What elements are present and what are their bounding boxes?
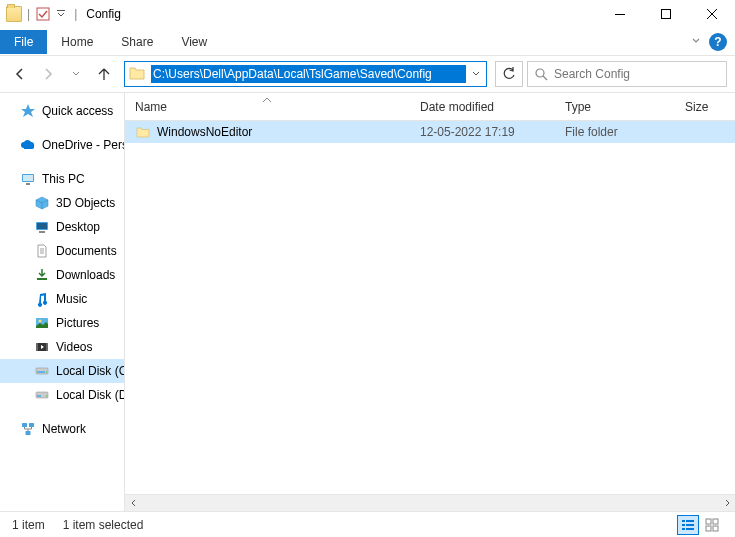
svg-rect-7 <box>26 183 30 185</box>
separator: | <box>74 7 77 21</box>
sidebar-item-label: Quick access <box>42 104 113 118</box>
scroll-right-icon[interactable] <box>718 495 735 512</box>
sidebar-item-pictures[interactable]: Pictures <box>0 311 124 335</box>
sidebar-item-onedrive[interactable]: OneDrive - Persona <box>0 133 124 157</box>
column-label: Name <box>135 100 167 114</box>
titlebar-icons: | | Config <box>6 6 121 22</box>
file-type-cell: File folder <box>555 121 675 143</box>
onedrive-icon <box>20 137 36 153</box>
disk-icon <box>34 363 50 379</box>
tab-share[interactable]: Share <box>107 30 167 54</box>
file-name-cell: WindowsNoEditor <box>125 121 410 143</box>
svg-rect-32 <box>706 519 711 524</box>
folder-icon <box>6 6 22 22</box>
item-count: 1 item <box>12 518 45 532</box>
sidebar-item-network[interactable]: Network <box>0 417 124 441</box>
refresh-button[interactable] <box>495 61 523 87</box>
statusbar: 1 item 1 item selected <box>0 511 735 537</box>
address-path[interactable]: C:\Users\Dell\AppData\Local\TslGame\Save… <box>151 65 466 83</box>
column-name[interactable]: Name <box>125 93 410 120</box>
file-row[interactable]: WindowsNoEditor 12-05-2022 17:19 File fo… <box>125 121 735 143</box>
svg-rect-11 <box>37 278 47 280</box>
sidebar-item-videos[interactable]: Videos <box>0 335 124 359</box>
downloads-icon <box>34 267 50 283</box>
sidebar-item-label: Videos <box>56 340 92 354</box>
svg-rect-23 <box>22 423 27 427</box>
sidebar-item-quickaccess[interactable]: Quick access <box>0 99 124 123</box>
column-type[interactable]: Type <box>555 93 675 120</box>
svg-rect-27 <box>686 520 694 522</box>
sidebar-item-local-disk-d[interactable]: Local Disk (D:) <box>0 383 124 407</box>
svg-rect-21 <box>37 395 41 397</box>
window-title: Config <box>86 7 121 21</box>
disk-icon <box>34 387 50 403</box>
search-icon <box>534 67 548 81</box>
sidebar-item-label: Documents <box>56 244 117 258</box>
maximize-button[interactable] <box>643 0 689 28</box>
sidebar-item-label: This PC <box>42 172 85 186</box>
music-icon <box>34 291 50 307</box>
back-button[interactable] <box>8 62 32 86</box>
svg-rect-35 <box>713 526 718 531</box>
folder-icon <box>135 124 151 140</box>
svg-rect-31 <box>686 528 694 530</box>
scroll-left-icon[interactable] <box>125 495 142 512</box>
address-bar[interactable]: C:\Users\Dell\AppData\Local\TslGame\Save… <box>124 61 487 87</box>
column-date[interactable]: Date modified <box>410 93 555 120</box>
sort-indicator-icon <box>263 92 271 106</box>
minimize-button[interactable] <box>597 0 643 28</box>
svg-rect-28 <box>682 524 685 526</box>
file-tab[interactable]: File <box>0 30 47 54</box>
svg-rect-18 <box>37 371 45 373</box>
file-date-cell: 12-05-2022 17:19 <box>410 121 555 143</box>
separator: | <box>27 7 30 21</box>
svg-point-22 <box>46 395 47 396</box>
svg-point-4 <box>536 69 544 77</box>
sidebar-item-label: Downloads <box>56 268 115 282</box>
close-button[interactable] <box>689 0 735 28</box>
titlebar: | | Config <box>0 0 735 28</box>
quickaccess-icon <box>20 103 36 119</box>
sidebar-item-3dobjects[interactable]: 3D Objects <box>0 191 124 215</box>
search-input[interactable] <box>554 67 720 81</box>
horizontal-scrollbar[interactable] <box>125 494 735 511</box>
check-icon[interactable] <box>35 6 51 22</box>
address-dropdown-icon[interactable] <box>466 69 486 79</box>
thumbnails-view-button[interactable] <box>701 515 723 535</box>
sidebar-item-downloads[interactable]: Downloads <box>0 263 124 287</box>
ribbon-collapse-icon[interactable] <box>691 35 701 49</box>
sidebar-item-desktop[interactable]: Desktop <box>0 215 124 239</box>
ribbon-right: ? <box>691 33 735 51</box>
sidebar-item-label: Pictures <box>56 316 99 330</box>
svg-rect-16 <box>46 343 48 351</box>
forward-button[interactable] <box>36 62 60 86</box>
tab-home[interactable]: Home <box>47 30 107 54</box>
sidebar-item-label: Local Disk (D:) <box>56 388 125 402</box>
sidebar-item-music[interactable]: Music <box>0 287 124 311</box>
tab-view[interactable]: View <box>167 30 221 54</box>
qat-dropdown-icon[interactable] <box>53 6 69 22</box>
recent-dropdown-icon[interactable] <box>64 62 88 86</box>
column-label: Date modified <box>420 100 494 114</box>
svg-rect-0 <box>37 8 49 20</box>
3dobjects-icon <box>34 195 50 211</box>
column-size[interactable]: Size <box>675 93 735 120</box>
file-list[interactable]: WindowsNoEditor 12-05-2022 17:19 File fo… <box>125 121 735 494</box>
svg-rect-25 <box>26 431 31 435</box>
svg-rect-15 <box>36 343 38 351</box>
help-button[interactable]: ? <box>709 33 727 51</box>
desktop-icon <box>34 219 50 235</box>
details-view-button[interactable] <box>677 515 699 535</box>
sidebar-item-local-disk-c[interactable]: Local Disk (C:) <box>0 359 124 383</box>
up-button[interactable] <box>92 62 116 86</box>
column-label: Type <box>565 100 591 114</box>
svg-rect-29 <box>686 524 694 526</box>
sidebar-item-documents[interactable]: Documents <box>0 239 124 263</box>
sidebar-item-thispc[interactable]: This PC <box>0 167 124 191</box>
search-box[interactable] <box>527 61 727 87</box>
pc-icon <box>20 171 36 187</box>
column-label: Size <box>685 100 708 114</box>
navbar: C:\Users\Dell\AppData\Local\TslGame\Save… <box>0 56 735 92</box>
file-size-cell <box>675 121 735 143</box>
ribbon: File Home Share View ? <box>0 28 735 56</box>
